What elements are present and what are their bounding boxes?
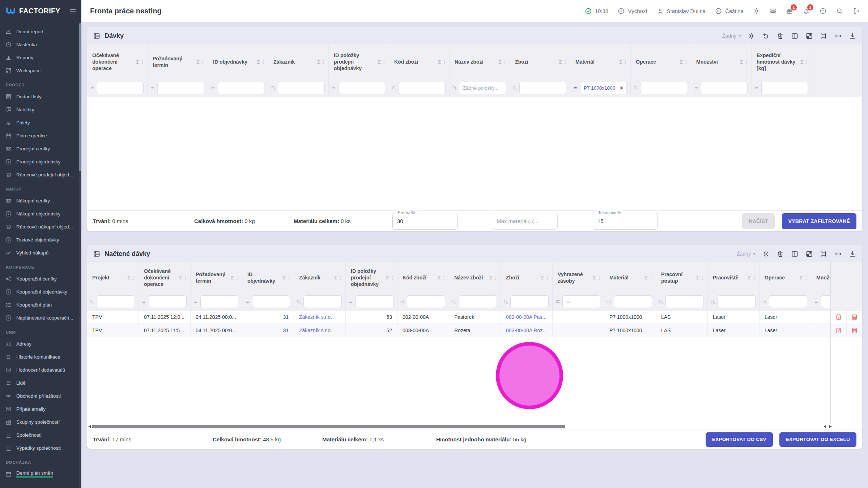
filter-input[interactable] [97,295,135,308]
topbar-news[interactable]: 1 [786,7,793,15]
max-material-input[interactable] [492,213,558,230]
export-excel-button[interactable]: EXPORTOVAT DO EXCELU [779,432,856,447]
trash-up-button[interactable] [776,32,784,40]
column-menu-icon[interactable]: ⋮ [563,59,568,65]
sidebar-item[interactable]: Hodnocení dodavatelů [0,363,81,376]
filter-input[interactable] [149,295,187,308]
column-header[interactable]: OperaceΣ⋮ [760,262,811,293]
sidebar-item[interactable]: $Prodejní ceníky [0,142,81,155]
table-row[interactable]: TPV07.11.2025 12:0...04.11.2025 00:0...3… [87,311,862,324]
sum-icon[interactable]: Σ [127,274,131,281]
arrows-h-button[interactable] [834,32,842,40]
sum-icon[interactable]: Σ [196,58,200,65]
tiles-button[interactable] [805,250,813,258]
filter-input[interactable] [459,82,506,94]
column-menu-icon[interactable]: ⋮ [442,274,447,281]
gear-button[interactable] [748,32,755,40]
filter-input[interactable] [339,82,385,94]
column-header[interactable]: MateriálΣ⋮ [604,262,656,293]
column-header[interactable]: ZákazníkΣ⋮ [268,44,329,79]
scrollbar-thumb[interactable] [92,425,565,428]
sidebar-item[interactable]: Denní report [0,25,81,38]
filter-input[interactable] [761,82,808,94]
sum-icon[interactable]: Σ [619,58,622,65]
sum-icon[interactable]: Σ [541,274,544,281]
clear-filter-icon[interactable]: × [620,85,623,91]
sidebar-item[interactable]: Rámcové prodejní objed... [0,168,81,181]
column-header[interactable]: ID objednávkyΣ⋮ [242,262,294,293]
column-menu-icon[interactable]: ⋮ [597,274,602,281]
horizontal-scrollbar[interactable] [87,424,862,429]
filter-input[interactable] [519,82,566,94]
column-header[interactable]: ZbožíΣ⋮ [510,44,570,79]
download-button[interactable] [849,250,856,258]
sidebar-item[interactable]: Historie komunikace [0,350,81,363]
sum-icon[interactable]: Σ [386,274,389,281]
column-header[interactable]: ID objednávkyΣ⋮ [208,44,268,79]
column-menu-icon[interactable]: ⋮ [382,59,387,65]
column-menu-icon[interactable]: ⋮ [140,59,145,65]
sidebar-item[interactable]: Denní plán směn [0,467,81,480]
equals-operator-icon[interactable]: = [89,85,95,91]
sidebar-item[interactable]: Skupiny společností [0,415,81,428]
topbar-help[interactable]: ? [819,7,827,15]
column-header[interactable]: PracovištěΣ⋮ [708,262,760,293]
sidebar-item[interactable]: $Textové objednávky [0,233,81,246]
sum-icon[interactable]: Σ [748,274,751,281]
column-menu-icon[interactable]: ⋮ [804,274,809,281]
sidebar-item[interactable]: Reporty [0,51,81,64]
column-menu-icon[interactable]: ⋮ [321,59,326,65]
column-header[interactable]: Vyhrazené zásobyΣ⋮ [553,262,604,293]
material-filter-chip[interactable]: P7 1000x1000× [580,82,627,94]
column-menu-icon[interactable]: ⋮ [744,59,749,65]
sum-icon[interactable]: Σ [136,58,139,65]
equals-operator-icon[interactable]: = [210,85,216,91]
column-menu-icon[interactable]: ⋮ [752,274,757,281]
column-header[interactable]: Očekávané dokončení operaceΣ⋮ [139,262,191,293]
column-menu-icon[interactable]: ⋮ [442,59,447,65]
table-row[interactable]: TPV07.11.2025 11:5...04.11.2025 00:0...3… [87,324,862,337]
database-action[interactable] [847,311,863,324]
column-menu-icon[interactable]: ⋮ [700,274,705,281]
sidebar-item[interactable]: Výpadky společnosti [0,441,81,454]
topbar-logout[interactable] [852,7,860,15]
sum-icon[interactable]: Σ [438,274,441,281]
column-header[interactable]: Název zbožíΣ⋮ [449,262,501,293]
table-cell[interactable]: 002-00-00A Pas... [501,311,553,324]
sidebar-item[interactable]: Výhled nákupů [0,246,81,259]
tiles-button[interactable] [805,32,813,40]
tolerance-input[interactable] [597,218,653,224]
database-action[interactable] [847,324,863,337]
filter-input[interactable] [640,82,687,94]
export-csv-button[interactable]: EXPORTOVAT DO CSV [706,432,773,447]
sum-icon[interactable]: Σ [489,274,493,281]
filter-input[interactable] [252,295,290,308]
prorez-input[interactable] [397,218,453,224]
column-menu-icon[interactable]: ⋮ [235,274,240,281]
sidebar-item[interactable]: Kooperační plán [0,298,81,311]
sum-icon[interactable]: Σ [498,58,502,65]
equals-operator-icon[interactable]: = [193,299,199,305]
sum-icon[interactable]: Σ [800,58,804,65]
column-menu-icon[interactable]: ⋮ [502,59,507,65]
column-menu-icon[interactable]: ⋮ [390,274,395,281]
column-header[interactable]: Požadovaný termínΣ⋮ [148,44,208,79]
sidebar-item[interactable]: Lidé [0,376,81,389]
sum-icon[interactable]: Σ [231,274,234,281]
equals-operator-icon[interactable]: = [813,299,819,305]
filter-input[interactable] [200,295,238,308]
menu-toggle-icon[interactable] [69,7,77,15]
equals-operator-icon[interactable]: = [141,299,147,305]
columns-button[interactable] [791,250,799,258]
column-menu-icon[interactable]: ⋮ [286,274,292,281]
column-header[interactable]: Pracovní postupΣ⋮ [656,262,708,293]
equals-operator-icon[interactable]: = [150,85,156,91]
sum-icon[interactable]: Σ [334,274,337,281]
sidebar-item[interactable]: $Nákupní objednávky [0,207,81,220]
column-header[interactable]: Kód zbožíΣ⋮ [389,44,450,79]
sum-icon[interactable]: Σ [559,58,562,65]
table-cell[interactable]: Zákazník s.r.o. [294,311,346,324]
filter-input[interactable] [157,82,204,94]
sum-icon[interactable]: Σ [317,58,320,65]
filter-input[interactable] [278,82,325,94]
